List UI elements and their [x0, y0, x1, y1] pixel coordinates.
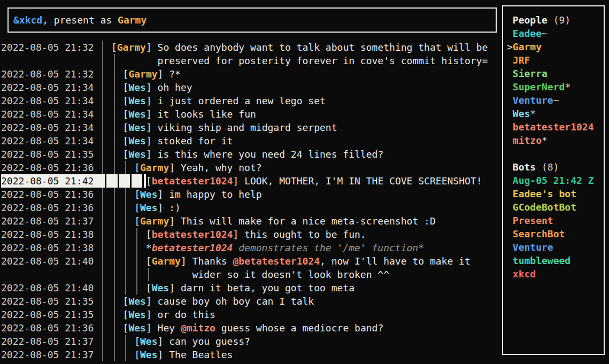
- thread-bar: [134, 228, 140, 241]
- gap: [128, 161, 134, 174]
- chat-row[interactable]: 2022-08-05 21:35[Wes] is this where you …: [1, 148, 501, 161]
- gap: [105, 281, 111, 295]
- message-text: [Wes] viking ship and midgard serpent: [123, 121, 337, 134]
- chat-row[interactable]: 2022-08-05 21:34[Wes] stoked for it: [1, 134, 501, 148]
- gap: [105, 241, 111, 254]
- person-list-item[interactable]: mitzo*: [507, 134, 604, 147]
- separator-bar: [99, 214, 105, 228]
- thread-bar: [111, 201, 117, 214]
- bracket: ]: [146, 42, 158, 53]
- chat-row[interactable]: 2022-08-05 21:35[Wes] or do this: [1, 308, 501, 321]
- bot-list-item[interactable]: SearchBot: [507, 227, 604, 241]
- gap: [105, 81, 111, 94]
- gap: [105, 201, 111, 214]
- bot-list-item[interactable]: Aug-05 21:42 Z: [507, 174, 604, 187]
- status-suffix: *: [530, 107, 536, 120]
- separator-bar: [99, 148, 105, 161]
- gap: [94, 228, 99, 241]
- bracket: ]: [146, 322, 158, 334]
- person-list-item[interactable]: Wes*: [507, 107, 604, 120]
- separator-bar: [99, 268, 105, 281]
- person-list-item[interactable]: JRF: [507, 53, 604, 67]
- chat-row[interactable]: 2022-08-05 21:32[Garmy] So does anybody …: [1, 41, 501, 54]
- separator-bar: [99, 134, 105, 148]
- thread-bar: [123, 228, 129, 241]
- message-text: [Wes] oh hey: [123, 81, 192, 94]
- gap: [105, 348, 111, 361]
- bots-count: (8): [542, 160, 559, 174]
- chat-row[interactable]: 2022-08-05 21:36[Garmy] Yeah, why not?: [1, 161, 501, 174]
- bot-list-item[interactable]: tumbleweed: [507, 254, 604, 267]
- separator-bar: [99, 348, 105, 361]
- people-section-header: People(9): [507, 13, 604, 27]
- message-text: [Garmy] This will make for a nice meta-s…: [134, 214, 436, 228]
- chat-row[interactable]: 2022-08-05 21:38*betatester1024 demonstr…: [1, 241, 501, 254]
- current-user-marker: [507, 254, 513, 267]
- chat-row[interactable]: 2022-08-05 21:34[Wes] it looks like fun: [1, 107, 501, 121]
- separator-bar: [99, 67, 105, 81]
- person-list-item[interactable]: Eadee~: [507, 27, 604, 40]
- message-text: [Wes] cause boy oh boy can I talk: [123, 295, 314, 308]
- chat-row-continuation[interactable]: wider so it doesn't look broken ^^: [1, 268, 501, 281]
- bot-list-item[interactable]: Venture: [507, 241, 604, 254]
- chat-row[interactable]: 2022-08-05 21:37[Wes] The Beatles: [1, 348, 501, 361]
- person-list-item[interactable]: SuperNerd*: [507, 80, 604, 94]
- person-list-item[interactable]: Sierra: [507, 67, 604, 80]
- bracket: [: [123, 322, 129, 334]
- timestamp: 2022-08-05 21:35: [1, 295, 94, 308]
- bracket: ]: [146, 135, 158, 146]
- gap: [128, 214, 134, 228]
- chat-row-continuation[interactable]: preserved for posterity forever in cove'…: [1, 54, 501, 67]
- gap: [117, 228, 123, 241]
- person-list-item[interactable]: betatester1024: [507, 120, 604, 134]
- gap: [94, 161, 99, 174]
- gap: [117, 94, 123, 107]
- gap: [94, 321, 99, 335]
- person-list-item[interactable]: Venture~: [507, 94, 604, 107]
- thread-bar: [134, 281, 140, 295]
- gap: [128, 201, 134, 214]
- message-text: [Garmy] Yeah, why not?: [134, 161, 261, 174]
- message-text: [Wes] :): [134, 201, 181, 214]
- chat-row[interactable]: 2022-08-05 21:32[Garmy] ?*: [1, 67, 501, 81]
- person-name: JRF: [513, 53, 530, 67]
- bot-list-item[interactable]: Eadee's bot: [507, 187, 604, 200]
- highlight-thread-bars: [94, 174, 146, 188]
- bots-list: Aug-05 21:42 ZEadee's botGCodeBotBotPres…: [507, 174, 604, 281]
- chat-row[interactable]: 2022-08-05 21:40[Garmy] Thanks @betatest…: [1, 254, 501, 268]
- separator-bar: [99, 335, 105, 348]
- separator-bar: [99, 308, 105, 321]
- bot-list-item[interactable]: GCodeBotBot: [507, 200, 604, 214]
- chat-row[interactable]: 2022-08-05 21:37[Wes] can you guess?: [1, 335, 501, 348]
- chat-row[interactable]: 2022-08-05 21:36[Wes] Hey @mitzo guess w…: [1, 321, 501, 335]
- person-list-item[interactable]: >Garmy: [507, 40, 604, 53]
- action-body: [233, 242, 238, 253]
- thread-bar: [111, 281, 117, 295]
- chat-row[interactable]: 2022-08-05 21:35[Wes] cause boy oh boy c…: [1, 295, 501, 308]
- chat-row[interactable]: 2022-08-05 21:36[Wes] im happy to help: [1, 188, 501, 201]
- chat-row[interactable]: 2022-08-05 21:38[betatester1024] this ou…: [1, 228, 501, 241]
- chat-row[interactable]: 2022-08-05 21:34[Wes] viking ship and mi…: [1, 121, 501, 134]
- thread-bar: [111, 134, 117, 148]
- message-body: can you guess?: [169, 336, 250, 347]
- bracket: ]: [158, 336, 169, 347]
- gap: [105, 254, 111, 268]
- chat-row[interactable]: 2022-08-05 21:36[Wes] :): [1, 201, 501, 214]
- nick: Garmy: [152, 255, 181, 267]
- chat-row[interactable]: 2022-08-05 21:34[Wes] i just ordered a n…: [1, 94, 501, 107]
- thread-bar: [111, 335, 117, 348]
- list-prefix: [507, 160, 513, 174]
- chat-row[interactable]: 2022-08-05 21:40[Wes] darn it beta, you …: [1, 281, 501, 295]
- bot-list-item[interactable]: xkcd: [507, 267, 604, 281]
- message-text: [Wes] is this where you need 24 lines fi…: [123, 148, 384, 161]
- presence-nick: Garmy: [118, 14, 147, 26]
- bracket: ]: [169, 215, 181, 227]
- chat-row[interactable]: 2022-08-05 21:37[Garmy] This will make f…: [1, 214, 501, 228]
- bracket: ]: [181, 255, 192, 267]
- gap: [105, 228, 111, 241]
- chat-row[interactable]: 2022-08-05 21:42[betatester1024] LOOK, M…: [1, 174, 501, 188]
- bot-list-item[interactable]: Present: [507, 214, 604, 227]
- chat-row[interactable]: 2022-08-05 21:34[Wes] oh hey: [1, 81, 501, 94]
- gap: [117, 348, 123, 361]
- nick: Wes: [140, 336, 158, 347]
